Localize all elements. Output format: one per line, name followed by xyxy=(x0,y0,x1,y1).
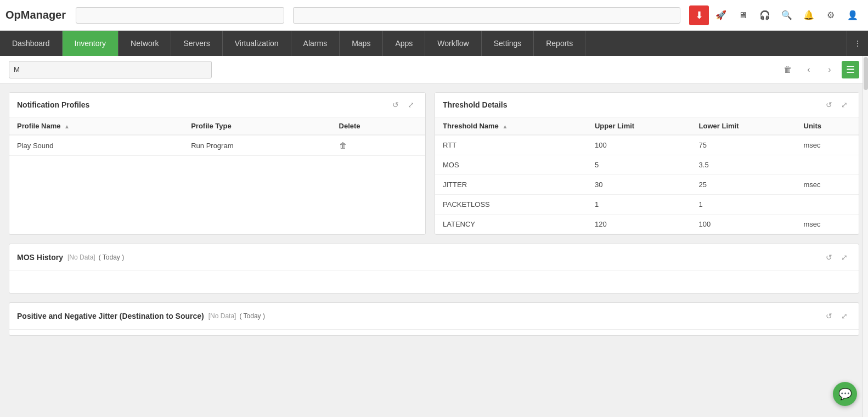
units-cell: msec xyxy=(796,135,859,155)
upper-limit-cell: 100 xyxy=(587,135,691,155)
nav-settings[interactable]: Settings xyxy=(482,31,534,56)
sort-arrow-threshold: ▲ xyxy=(502,123,508,129)
jitter-actions: ↺ ⤢ xyxy=(822,309,851,323)
main-content: Notification Profiles ↺ ⤢ Profile Name ▲… xyxy=(0,83,868,345)
table-row: MOS 5 3.5 xyxy=(435,155,859,175)
threshold-name-cell: LATENCY xyxy=(435,215,587,234)
table-row: LATENCY 120 100 msec xyxy=(435,215,859,234)
col-profile-name: Profile Name ▲ xyxy=(9,117,183,135)
mos-history-title: MOS History xyxy=(17,253,63,262)
notification-profiles-table: Profile Name ▲ Profile Type Delete Play … xyxy=(9,117,425,156)
nav-servers[interactable]: Servers xyxy=(171,31,222,56)
nav-virtualization[interactable]: Virtualization xyxy=(223,31,291,56)
units-cell xyxy=(796,155,859,175)
upper-limit-cell: 120 xyxy=(587,215,691,234)
delete-icon[interactable]: 🗑 xyxy=(339,141,347,150)
jitter-title: Positive and Negative Jitter (Destinatio… xyxy=(17,312,204,320)
threshold-expand-icon[interactable]: ⤢ xyxy=(838,98,851,111)
mos-history-date: ( Today ) xyxy=(99,253,124,261)
page-title-input[interactable] xyxy=(9,61,212,78)
top-bar: OpManager ⬇ 🚀 🖥 🎧 🔍 🔔 ⚙ 👤 xyxy=(0,0,868,31)
upper-limit-cell: 5 xyxy=(587,155,691,175)
nav-more[interactable]: ⋮ xyxy=(847,31,868,56)
delete-page-button[interactable]: 🗑 xyxy=(779,61,797,78)
lower-limit-cell: 100 xyxy=(691,215,796,234)
jitter-date: ( Today ) xyxy=(239,312,264,320)
table-row: RTT 100 75 msec xyxy=(435,135,859,155)
threshold-refresh-icon[interactable]: ↺ xyxy=(822,98,836,111)
threshold-details-table: Threshold Name ▲ Upper Limit Lower Limit… xyxy=(435,117,859,234)
two-col-section: Notification Profiles ↺ ⤢ Profile Name ▲… xyxy=(9,92,859,235)
nav-reports[interactable]: Reports xyxy=(534,31,585,56)
threshold-details-panel: Threshold Details ↺ ⤢ Threshold Name ▲ U… xyxy=(435,92,859,235)
expand-icon[interactable]: ⤢ xyxy=(404,98,418,111)
threshold-name-cell: JITTER xyxy=(435,175,587,195)
col-profile-type: Profile Type xyxy=(183,117,331,135)
lower-limit-cell: 75 xyxy=(691,135,796,155)
col-lower-limit: Lower Limit xyxy=(691,117,796,135)
mos-expand-icon[interactable]: ⤢ xyxy=(838,251,851,264)
search-input-left[interactable] xyxy=(76,7,284,24)
page-header-actions: 🗑 ‹ › ☰ xyxy=(779,61,859,78)
lower-limit-cell: 1 xyxy=(691,195,796,215)
mos-history-panel: MOS History [No Data] ( Today ) ↺ ⤢ xyxy=(9,244,859,294)
jitter-refresh-icon[interactable]: ↺ xyxy=(822,309,836,323)
download-button[interactable]: ⬇ xyxy=(689,5,709,25)
menu-button[interactable]: ☰ xyxy=(842,61,859,78)
upper-limit-cell: 1 xyxy=(587,195,691,215)
mos-refresh-icon[interactable]: ↺ xyxy=(822,251,836,264)
refresh-icon[interactable]: ↺ xyxy=(389,98,402,111)
jitter-header: Positive and Negative Jitter (Destinatio… xyxy=(9,303,859,330)
units-cell: msec xyxy=(796,215,859,234)
top-icons: ⬇ 🚀 🖥 🎧 🔍 🔔 ⚙ 👤 xyxy=(689,5,863,25)
nav-network[interactable]: Network xyxy=(119,31,171,56)
search-input-right[interactable] xyxy=(293,7,680,24)
col-delete: Delete xyxy=(331,117,425,135)
lower-limit-cell: 25 xyxy=(691,175,796,195)
units-cell: msec xyxy=(796,175,859,195)
col-upper-limit: Upper Limit xyxy=(587,117,691,135)
notification-profiles-panel: Notification Profiles ↺ ⤢ Profile Name ▲… xyxy=(9,92,426,235)
notification-profiles-icons: ↺ ⤢ xyxy=(389,98,418,111)
table-row: PACKETLOSS 1 1 xyxy=(435,195,859,215)
prev-page-button[interactable]: ‹ xyxy=(800,61,818,78)
delete-cell[interactable]: 🗑 xyxy=(331,135,425,156)
sort-arrow-name: ▲ xyxy=(64,123,70,129)
page-header: 🗑 ‹ › ☰ xyxy=(0,56,868,83)
nav-bar: Dashboard Inventory Network Servers Virt… xyxy=(0,31,868,56)
nav-inventory[interactable]: Inventory xyxy=(63,31,119,56)
mos-history-no-data: [No Data] xyxy=(67,253,95,261)
threshold-details-header: Threshold Details ↺ ⤢ xyxy=(435,93,859,117)
table-row: JITTER 30 25 msec xyxy=(435,175,859,195)
nav-alarms[interactable]: Alarms xyxy=(291,31,340,56)
lower-limit-cell: 3.5 xyxy=(691,155,796,175)
mos-history-actions: ↺ ⤢ xyxy=(822,251,851,264)
scrollbar-thumb xyxy=(864,57,868,90)
notification-profiles-title: Notification Profiles xyxy=(17,100,389,109)
monitor-icon-button[interactable]: 🖥 xyxy=(733,5,753,25)
threshold-name-cell: PACKETLOSS xyxy=(435,195,587,215)
app-logo: OpManager xyxy=(5,9,66,21)
nav-workflow[interactable]: Workflow xyxy=(425,31,481,56)
gear-icon-button[interactable]: ⚙ xyxy=(821,5,841,25)
profile-type-cell: Run Program xyxy=(183,135,331,156)
bell-icon-button[interactable]: 🔔 xyxy=(799,5,819,25)
table-row: Play Sound Run Program 🗑 xyxy=(9,135,425,156)
notification-profiles-header: Notification Profiles ↺ ⤢ xyxy=(9,93,425,117)
nav-apps[interactable]: Apps xyxy=(383,31,425,56)
jitter-no-data: [No Data] xyxy=(208,312,236,320)
threshold-details-icons: ↺ ⤢ xyxy=(822,98,851,111)
scrollbar-track[interactable] xyxy=(863,56,868,345)
jitter-content xyxy=(9,330,859,335)
mos-history-content xyxy=(9,271,859,293)
search-icon-button[interactable]: 🔍 xyxy=(777,5,797,25)
rocket-icon-button[interactable]: 🚀 xyxy=(711,5,731,25)
user-icon-button[interactable]: 👤 xyxy=(843,5,863,25)
jitter-panel: Positive and Negative Jitter (Destinatio… xyxy=(9,302,859,336)
next-page-button[interactable]: › xyxy=(821,61,838,78)
headset-icon-button[interactable]: 🎧 xyxy=(755,5,775,25)
jitter-expand-icon[interactable]: ⤢ xyxy=(838,309,851,323)
nav-maps[interactable]: Maps xyxy=(340,31,383,56)
nav-dashboard[interactable]: Dashboard xyxy=(0,31,63,56)
threshold-name-cell: RTT xyxy=(435,135,587,155)
